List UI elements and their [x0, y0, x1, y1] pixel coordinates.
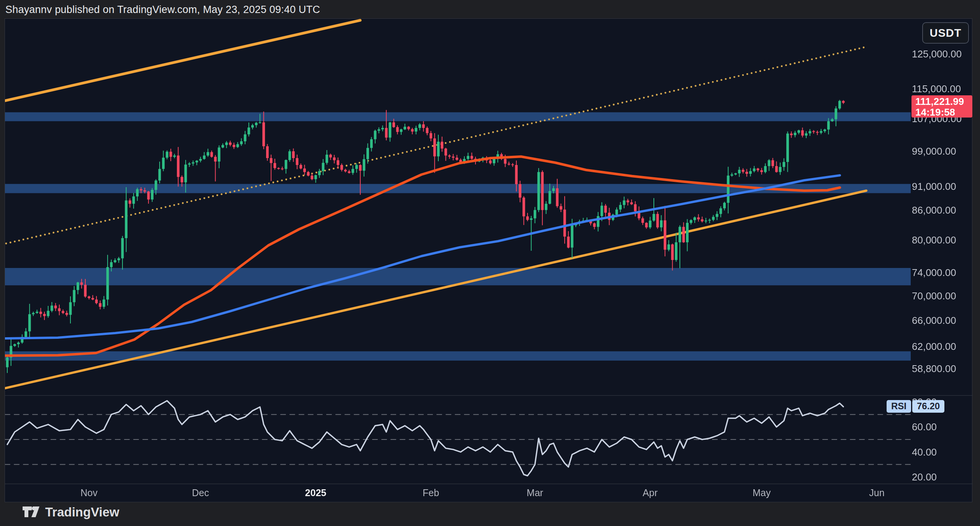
price-scale-label: 66,000.00 — [912, 315, 956, 327]
attribution-text: Shayannv published on TradingView.com, M… — [5, 2, 320, 17]
rsi-indicator-value: 76.20 — [912, 400, 944, 413]
price-scale-label: 91,000.00 — [912, 181, 956, 193]
price-scale-label: 70,000.00 — [912, 290, 956, 302]
rsi-indicator-label: RSI — [887, 400, 911, 413]
time-scale-label-feb: Feb — [423, 487, 439, 498]
time-scale-label-dec: Dec — [192, 487, 209, 498]
time-scale-label-mar: Mar — [527, 487, 543, 498]
rsi-scale-label: 60.00 — [912, 421, 937, 433]
time-scale-label-apr: Apr — [643, 487, 658, 498]
time-scale-label-jun: Jun — [869, 487, 884, 498]
brand-name: TradingView — [45, 505, 119, 519]
price-scale-label: 125,000.00 — [912, 48, 962, 60]
tradingview-logo-icon — [22, 505, 40, 520]
price-chart-canvas[interactable] — [5, 19, 973, 503]
price-scale-label: 62,000.00 — [912, 341, 956, 353]
rsi-scale-label: 20.00 — [912, 471, 937, 483]
rsi-indicator-badge[interactable]: RSI 76.20 — [887, 400, 944, 413]
chart-widget: USDT 125,000.00115,000.0099,000.0091,000… — [5, 18, 972, 502]
time-scale-label-may: May — [753, 487, 771, 498]
price-scale-label: 99,000.00 — [912, 145, 956, 157]
price-scale-label: 58,800.00 — [912, 363, 956, 375]
quote-currency-chip[interactable]: USDT — [922, 22, 969, 44]
last-price-value: 111,221.99 — [915, 96, 972, 107]
footer-branding: TradingView — [22, 505, 119, 520]
last-price-badge: 111,221.99 14:19:58 — [911, 95, 972, 118]
price-scale-label: 86,000.00 — [912, 204, 956, 216]
price-scale-label: 115,000.00 — [912, 83, 961, 95]
time-scale-label-2025: 2025 — [305, 487, 327, 498]
rsi-scale-label: 40.00 — [912, 446, 937, 458]
tradingview-snapshot: Shayannv published on TradingView.com, M… — [0, 0, 980, 526]
price-scale-label: 80,000.00 — [912, 234, 956, 246]
last-price-countdown: 14:19:58 — [915, 107, 972, 118]
price-scale-label: 74,000.00 — [912, 267, 956, 279]
time-scale-label-nov: Nov — [80, 487, 97, 498]
